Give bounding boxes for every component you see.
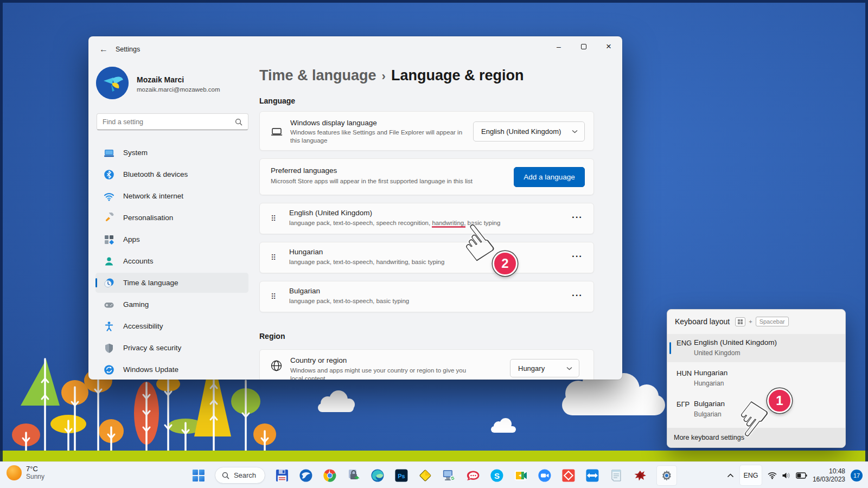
tray-chevron-up-icon[interactable] bbox=[727, 473, 734, 478]
notification-badge[interactable]: 17 bbox=[851, 470, 863, 481]
sidebar-nav: System Bluetooth & devices Network & int… bbox=[95, 143, 248, 380]
windows-logo-icon bbox=[192, 470, 204, 481]
edge-icon[interactable] bbox=[370, 468, 385, 483]
sidebar-item-personalisation[interactable]: Personalisation bbox=[95, 208, 248, 228]
sidebar-item-network[interactable]: Network & internet bbox=[95, 186, 248, 206]
search-icon bbox=[222, 472, 229, 479]
brush-icon bbox=[104, 213, 114, 223]
weather-widget[interactable]: 7°C Sunny bbox=[7, 465, 44, 480]
spacebar-keycap: Spacebar bbox=[756, 317, 789, 326]
floppy-app-icon[interactable] bbox=[275, 468, 289, 483]
sidebar-item-label: Gaming bbox=[123, 300, 149, 309]
search-label: Search bbox=[234, 471, 256, 479]
close-button[interactable]: × bbox=[596, 36, 621, 57]
taskbar-search[interactable]: Search bbox=[215, 467, 265, 484]
zoom-icon[interactable] bbox=[537, 468, 552, 483]
more-options-icon[interactable]: ··· bbox=[572, 251, 583, 262]
avatar[interactable] bbox=[96, 67, 129, 99]
breadcrumb-separator: › bbox=[376, 69, 391, 83]
tray-language-button[interactable]: ENG bbox=[739, 465, 762, 486]
step-2-marker: 2 bbox=[493, 251, 518, 276]
paint-splat-app-icon[interactable] bbox=[633, 468, 647, 483]
language-row-hungarian[interactable]: ⠿ Hungarian language pack, text-to-speec… bbox=[259, 242, 594, 273]
keyboard-item-english[interactable]: ENG English (United Kingdom) United King… bbox=[667, 334, 845, 362]
sidebar-item-gaming[interactable]: Gaming bbox=[95, 294, 248, 314]
more-options-icon[interactable]: ··· bbox=[572, 290, 583, 301]
language-name: Bulgarian bbox=[289, 287, 320, 295]
display-language-dropdown[interactable]: English (United Kingdom) bbox=[473, 121, 585, 142]
skype-icon[interactable]: S bbox=[489, 468, 504, 483]
search-box[interactable] bbox=[97, 113, 248, 130]
layout-code: HUN bbox=[676, 369, 692, 377]
tray-battery-icon[interactable] bbox=[796, 472, 807, 479]
apps-grid-icon bbox=[104, 234, 114, 245]
language-section-label: Language bbox=[259, 97, 295, 105]
weather-condition: Sunny bbox=[26, 473, 44, 480]
system-icon bbox=[104, 147, 114, 158]
anydesk-icon[interactable] bbox=[561, 468, 576, 483]
tray-volume-icon[interactable] bbox=[782, 472, 791, 479]
chevron-down-icon bbox=[572, 130, 578, 133]
secure-sync-app-icon[interactable] bbox=[346, 468, 361, 483]
dropdown-value: English (United Kingdom) bbox=[481, 127, 561, 136]
language-features: language pack, text-to-speech, basic typ… bbox=[289, 297, 409, 305]
tray-clock[interactable]: 10:48 16/03/2023 bbox=[813, 467, 845, 483]
window-title: Settings bbox=[116, 46, 140, 53]
thunderbird-icon[interactable] bbox=[298, 468, 313, 483]
drag-handle-icon[interactable]: ⠿ bbox=[271, 214, 276, 223]
rocketchat-icon[interactable] bbox=[465, 468, 480, 483]
globe-icon bbox=[270, 359, 283, 372]
google-meet-icon[interactable] bbox=[513, 468, 528, 483]
user-name: Mozaik Marci bbox=[137, 75, 184, 84]
language-name: Hungarian bbox=[289, 248, 323, 256]
sidebar-item-bluetooth[interactable]: Bluetooth & devices bbox=[95, 164, 248, 184]
remote-computer-app-icon[interactable] bbox=[442, 468, 456, 483]
tray-wifi-icon[interactable] bbox=[768, 472, 777, 479]
sidebar-item-accessibility[interactable]: Accessibility bbox=[95, 316, 248, 336]
sidebar-item-label: System bbox=[123, 149, 148, 157]
breadcrumb: Time & language›Language & region bbox=[259, 67, 524, 84]
notepad-icon[interactable] bbox=[609, 468, 623, 483]
card-title: Windows display language bbox=[290, 119, 377, 127]
drag-handle-icon[interactable]: ⠿ bbox=[271, 253, 276, 262]
country-dropdown[interactable]: Hungary bbox=[510, 359, 579, 377]
sidebar-item-system[interactable]: System bbox=[95, 143, 248, 163]
svg-text:Ps: Ps bbox=[398, 473, 405, 479]
display-icon bbox=[271, 126, 283, 138]
preferred-languages-card: Preferred languages Microsoft Store apps… bbox=[259, 158, 594, 195]
sidebar-item-time-language[interactable]: Time & language bbox=[95, 273, 248, 293]
search-input[interactable] bbox=[97, 118, 235, 126]
more-options-icon[interactable]: ··· bbox=[572, 212, 583, 223]
svg-text:S: S bbox=[494, 471, 500, 480]
layout-sub: United Kingdom bbox=[694, 349, 740, 357]
plus-sign: + bbox=[749, 318, 752, 325]
add-language-button[interactable]: Add a language bbox=[514, 167, 585, 187]
language-row-english[interactable]: ⠿ English (United Kingdom) language pack… bbox=[259, 203, 594, 234]
country-region-card: Country or region Windows and apps might… bbox=[259, 349, 594, 380]
sidebar-item-windows-update[interactable]: Windows Update bbox=[95, 359, 248, 380]
chrome-icon[interactable] bbox=[322, 468, 337, 483]
button-label: Add a language bbox=[524, 173, 575, 181]
settings-gear-taskbar[interactable] bbox=[656, 465, 677, 486]
start-button[interactable] bbox=[191, 468, 206, 483]
card-title: Country or region bbox=[290, 356, 347, 364]
gamepad-icon bbox=[104, 299, 114, 310]
step-number: 2 bbox=[501, 256, 508, 271]
bluetooth-icon bbox=[104, 169, 114, 180]
clock-globe-icon bbox=[104, 278, 114, 288]
photoshop-icon[interactable]: Ps bbox=[394, 468, 409, 483]
accessibility-person-icon bbox=[104, 321, 114, 332]
language-row-bulgarian[interactable]: ⠿ Bulgarian language pack, text-to-speec… bbox=[259, 281, 594, 312]
region-section-label: Region bbox=[259, 332, 285, 341]
breadcrumb-parent[interactable]: Time & language bbox=[259, 67, 376, 84]
settings-window: ← Settings – × Mozaik Marci mozaik.marci… bbox=[88, 36, 622, 380]
card-description: Windows features like Settings and File … bbox=[290, 129, 469, 145]
back-arrow-icon[interactable]: ← bbox=[99, 44, 108, 54]
diamond-app-icon[interactable] bbox=[418, 468, 432, 483]
sidebar-item-accounts[interactable]: Accounts bbox=[95, 251, 248, 271]
drag-handle-icon[interactable]: ⠿ bbox=[271, 292, 276, 301]
sidebar-item-privacy[interactable]: Privacy & security bbox=[95, 338, 248, 358]
teamviewer-icon[interactable] bbox=[585, 468, 599, 483]
keyboard-item-hungarian[interactable]: HUN Hungarian Hungarian bbox=[667, 364, 845, 393]
sidebar-item-apps[interactable]: Apps bbox=[95, 229, 248, 249]
